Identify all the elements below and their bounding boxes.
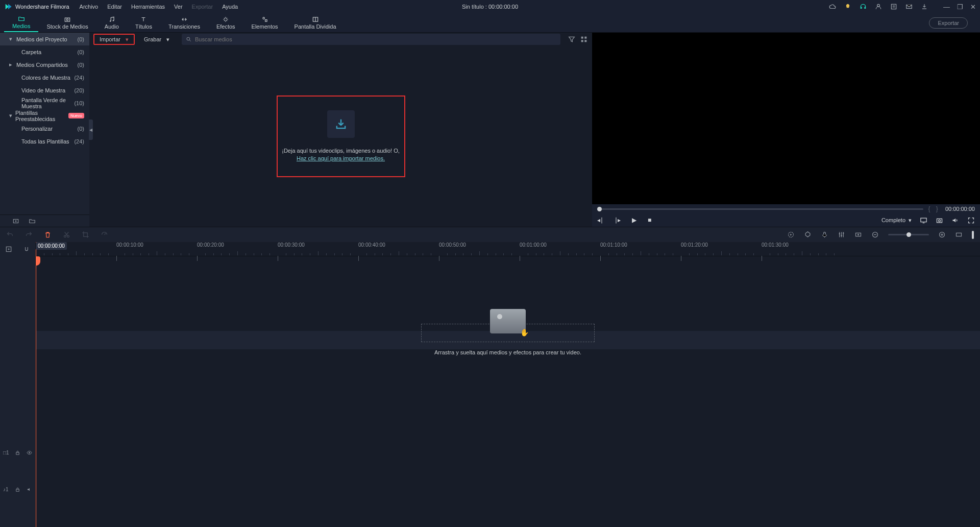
tab-efectos[interactable]: Efectos: [208, 13, 243, 32]
preview-viewport[interactable]: [592, 33, 980, 204]
lock-icon[interactable]: [15, 450, 20, 456]
undo-icon[interactable]: [6, 231, 14, 238]
zoom-slider[interactable]: [888, 234, 929, 235]
menu-herramientas[interactable]: Herramientas: [131, 4, 165, 10]
scrubber-thumb[interactable]: [597, 207, 602, 211]
audio-track-header[interactable]: ♪1: [0, 482, 35, 496]
sidebar-collapse-handle[interactable]: ◀: [89, 119, 93, 140]
snapshot-icon[interactable]: [936, 217, 943, 224]
cloud-icon[interactable]: [829, 3, 836, 10]
hand-cursor-icon: ✋: [520, 328, 529, 337]
next-frame-icon[interactable]: ∣▸: [615, 217, 621, 224]
download-icon[interactable]: [921, 3, 928, 10]
speed-icon[interactable]: [101, 231, 108, 238]
snap-icon[interactable]: [23, 246, 30, 253]
vertical-scroll-indicator[interactable]: [972, 231, 974, 239]
menu-ayuda[interactable]: Ayuda: [222, 4, 238, 10]
svg-rect-12: [581, 37, 583, 39]
ruler-label: 00:01:10:00: [600, 242, 627, 261]
svg-point-11: [187, 37, 190, 40]
zoom-fit-icon[interactable]: [955, 231, 963, 238]
record-dropdown[interactable]: Grabar▾: [139, 34, 175, 45]
timeline-ruler[interactable]: 00:00:00:0000:00:10:0000:00:20:0000:00:3…: [36, 242, 980, 256]
menu-archivo[interactable]: Archivo: [80, 4, 99, 10]
app-name: Wondershare Filmora: [15, 4, 69, 10]
import-dropdown[interactable]: Importar▾: [93, 34, 135, 45]
eye-icon[interactable]: [27, 450, 32, 456]
sidebar-item-greenscreen[interactable]: Pantalla Verde de Muestra(10): [0, 97, 89, 109]
sidebar-item-shared-media[interactable]: ▸Medios Compartidos(0): [0, 58, 89, 71]
bulb-icon[interactable]: [844, 3, 851, 10]
news-icon[interactable]: [890, 3, 897, 10]
sidebar-item-sample-video[interactable]: Video de Muestra(20): [0, 84, 89, 97]
svg-rect-17: [937, 219, 942, 223]
sidebar-item-templates[interactable]: ▾Plantillas PreestablecidasNuevo: [0, 109, 89, 122]
import-link[interactable]: Haz clic aquí para importar medios.: [297, 155, 385, 161]
marker-icon[interactable]: [804, 231, 812, 238]
fullscreen-icon[interactable]: [967, 217, 975, 224]
import-drop-zone[interactable]: ¡Deja aquí tus videoclips, imágenes o au…: [277, 95, 405, 177]
ruler-label: 00:00:30:00: [278, 242, 305, 261]
preview-quality-select[interactable]: Completo▾: [881, 217, 912, 224]
tab-titulos[interactable]: Títulos: [127, 13, 160, 32]
sidebar-item-all-templates[interactable]: Todas las Plantillas(24): [0, 135, 89, 148]
cut-icon[interactable]: [63, 231, 70, 238]
stop-icon[interactable]: ■: [648, 217, 651, 224]
timeline-body[interactable]: 00:00:00:0000:00:10:0000:00:20:0000:00:3…: [36, 242, 980, 527]
redo-icon[interactable]: [25, 231, 33, 238]
window-minimize-icon[interactable]: —: [943, 3, 950, 11]
crop-icon[interactable]: [82, 231, 89, 238]
video-track-header[interactable]: □1: [0, 445, 35, 460]
timeline-drop-hint: ✋ Arrastra y suelta aquí medios y efecto…: [421, 324, 595, 355]
lock-icon[interactable]: [15, 487, 20, 492]
render-icon[interactable]: [787, 231, 795, 238]
svg-point-4: [66, 18, 68, 20]
media-toolbar: Importar▾ Grabar▾: [89, 33, 592, 46]
window-maximize-icon[interactable]: ❐: [957, 3, 963, 11]
play-icon[interactable]: ▶: [632, 217, 636, 224]
svg-rect-16: [921, 218, 926, 222]
prev-frame-icon[interactable]: ◂∣: [597, 217, 603, 224]
sidebar-item-carpeta[interactable]: Carpeta(0): [0, 45, 89, 58]
grid-view-icon[interactable]: [580, 35, 588, 43]
media-search-input[interactable]: [195, 36, 556, 42]
text-icon: [139, 16, 148, 23]
video-track-number: 1: [6, 450, 9, 456]
tab-transiciones[interactable]: Transiciones: [160, 13, 208, 32]
zoom-out-icon[interactable]: [871, 231, 879, 238]
sidebar-item-project-media[interactable]: ▾Medios del Proyecto(0): [0, 33, 89, 45]
menu-ver[interactable]: Ver: [174, 4, 183, 10]
auto-ripple-icon[interactable]: [5, 246, 12, 253]
zoom-in-icon[interactable]: [938, 231, 946, 238]
window-close-icon[interactable]: ✕: [970, 3, 976, 11]
filter-icon[interactable]: [568, 35, 576, 43]
menu-exportar[interactable]: Exportar: [192, 4, 213, 10]
keyframe-icon[interactable]: [854, 231, 862, 238]
voiceover-icon[interactable]: [821, 231, 828, 238]
tab-audio[interactable]: Audio: [96, 13, 127, 32]
mixer-icon[interactable]: [838, 231, 845, 238]
zoom-thumb[interactable]: [906, 232, 911, 237]
tab-elementos[interactable]: Elementos: [243, 13, 286, 32]
sidebar-item-sample-colors[interactable]: Colores de Muestra(24): [0, 71, 89, 84]
new-folder-icon[interactable]: [29, 218, 36, 225]
export-button[interactable]: Exportar: [929, 17, 968, 29]
mail-icon[interactable]: [905, 3, 913, 10]
user-icon[interactable]: [875, 3, 882, 10]
menu-editar[interactable]: Editar: [107, 4, 122, 10]
preview-scrubber[interactable]: { } 00:00:00:00: [592, 204, 980, 213]
playhead[interactable]: 00:00:00:00: [36, 242, 36, 527]
volume-icon[interactable]: [951, 217, 959, 224]
headphones-icon[interactable]: [860, 3, 867, 10]
sidebar-item-personalizar[interactable]: Personalizar(0): [0, 122, 89, 135]
delete-icon[interactable]: [44, 231, 52, 238]
monitor-icon[interactable]: [920, 217, 927, 224]
tab-stock[interactable]: Stock de Medios: [38, 13, 96, 32]
media-search[interactable]: [182, 34, 560, 45]
mute-icon[interactable]: [27, 487, 32, 492]
tab-medios[interactable]: Medios: [4, 13, 38, 32]
new-bin-icon[interactable]: [12, 218, 19, 225]
inout-brackets-icon[interactable]: { }: [928, 205, 940, 212]
tab-pantalla-dividida[interactable]: Pantalla Dividida: [286, 13, 345, 32]
folder-icon: [17, 15, 26, 22]
